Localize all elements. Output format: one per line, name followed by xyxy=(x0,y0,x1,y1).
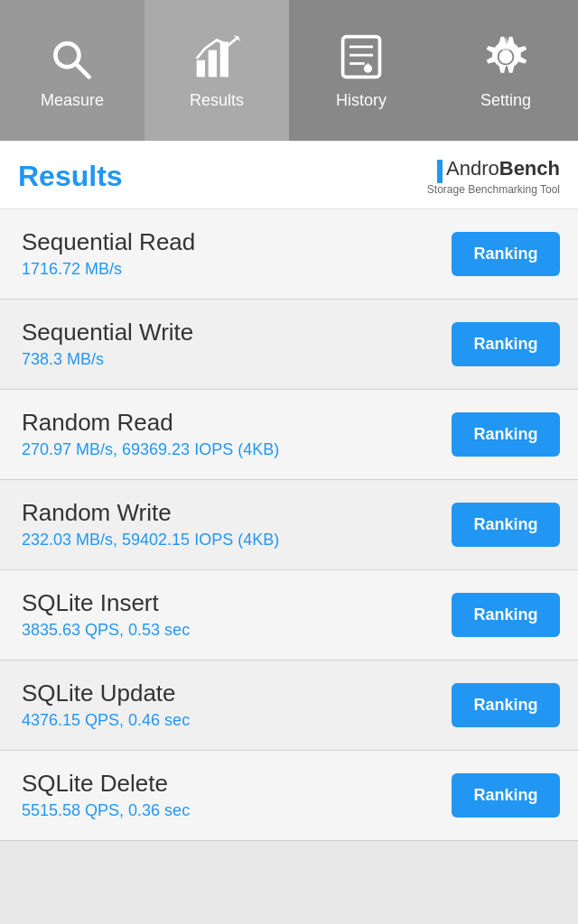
ranking-button[interactable]: Ranking xyxy=(452,412,560,457)
brand-bar xyxy=(437,160,443,183)
result-name: SQLite Update xyxy=(22,679,452,707)
history-icon xyxy=(336,32,387,82)
result-row: Sequential Read 1716.72 MB/s Ranking xyxy=(0,209,578,300)
result-name: Sequential Read xyxy=(22,228,452,256)
ranking-button[interactable]: Ranking xyxy=(452,322,560,366)
result-value: 738.3 MB/s xyxy=(22,350,452,369)
brand-name-part2: Bench xyxy=(499,157,560,180)
ranking-button[interactable]: Ranking xyxy=(452,232,560,276)
result-row: SQLite Delete 5515.58 QPS, 0.36 sec Rank… xyxy=(0,751,578,841)
result-name: Random Write xyxy=(22,499,452,527)
result-info: Random Read 270.97 MB/s, 69369.23 IOPS (… xyxy=(22,409,452,459)
result-row: Random Write 232.03 MB/s, 59402.15 IOPS … xyxy=(0,480,578,570)
result-info: SQLite Insert 3835.63 QPS, 0.53 sec xyxy=(22,589,452,640)
result-info: Sequential Write 738.3 MB/s xyxy=(22,319,452,369)
result-value: 5515.58 QPS, 0.36 sec xyxy=(22,801,452,820)
navigation-bar: Measure Results History xyxy=(0,0,578,141)
ranking-button[interactable]: Ranking xyxy=(452,503,560,547)
result-name: SQLite Insert xyxy=(22,589,452,617)
setting-icon xyxy=(480,32,531,82)
result-value: 3835.63 QPS, 0.53 sec xyxy=(22,621,452,640)
result-value: 232.03 MB/s, 59402.15 IOPS (4KB) xyxy=(22,531,452,550)
nav-label-results: Results xyxy=(190,91,244,110)
nav-label-history: History xyxy=(336,91,387,110)
svg-rect-4 xyxy=(220,42,228,77)
svg-line-1 xyxy=(76,63,89,77)
result-row: SQLite Update 4376.15 QPS, 0.46 sec Rank… xyxy=(0,661,578,751)
result-value: 4376.15 QPS, 0.46 sec xyxy=(22,711,452,730)
svg-rect-2 xyxy=(197,60,205,77)
ranking-button[interactable]: Ranking xyxy=(452,683,560,727)
result-row: SQLite Insert 3835.63 QPS, 0.53 sec Rank… xyxy=(0,570,578,661)
result-row: Random Read 270.97 MB/s, 69369.23 IOPS (… xyxy=(0,390,578,480)
result-info: Random Write 232.03 MB/s, 59402.15 IOPS … xyxy=(22,499,452,550)
ranking-button[interactable]: Ranking xyxy=(452,593,560,637)
result-value: 1716.72 MB/s xyxy=(22,260,452,279)
result-info: SQLite Update 4376.15 QPS, 0.46 sec xyxy=(22,679,452,730)
nav-label-setting: Setting xyxy=(480,91,531,110)
result-name: Sequential Write xyxy=(22,319,452,346)
nav-item-results[interactable]: Results xyxy=(144,0,289,141)
result-row: Sequential Write 738.3 MB/s Ranking xyxy=(0,300,578,390)
brand-subtitle: Storage Benchmarking Tool xyxy=(427,183,560,196)
brand-name-part1: Andro xyxy=(446,157,499,180)
svg-rect-6 xyxy=(343,36,380,77)
nav-item-setting[interactable]: Setting xyxy=(434,0,578,141)
page-header: Results AndroBench Storage Benchmarking … xyxy=(0,141,578,209)
result-info: Sequential Read 1716.72 MB/s xyxy=(22,228,452,279)
ranking-button[interactable]: Ranking xyxy=(452,773,560,818)
results-icon xyxy=(191,32,242,82)
results-list: Sequential Read 1716.72 MB/s Ranking Seq… xyxy=(0,209,578,841)
brand-name: AndroBench xyxy=(437,157,560,183)
result-info: SQLite Delete 5515.58 QPS, 0.36 sec xyxy=(22,770,452,820)
result-name: Random Read xyxy=(22,409,452,437)
svg-rect-3 xyxy=(209,50,217,77)
nav-item-history[interactable]: History xyxy=(289,0,434,141)
nav-label-measure: Measure xyxy=(41,91,104,110)
measure-icon xyxy=(47,32,98,82)
result-name: SQLite Delete xyxy=(22,770,452,798)
nav-item-measure[interactable]: Measure xyxy=(0,0,144,141)
result-value: 270.97 MB/s, 69369.23 IOPS (4KB) xyxy=(22,440,452,459)
page-title: Results xyxy=(18,160,123,193)
brand-logo: AndroBench Storage Benchmarking Tool xyxy=(427,157,560,196)
